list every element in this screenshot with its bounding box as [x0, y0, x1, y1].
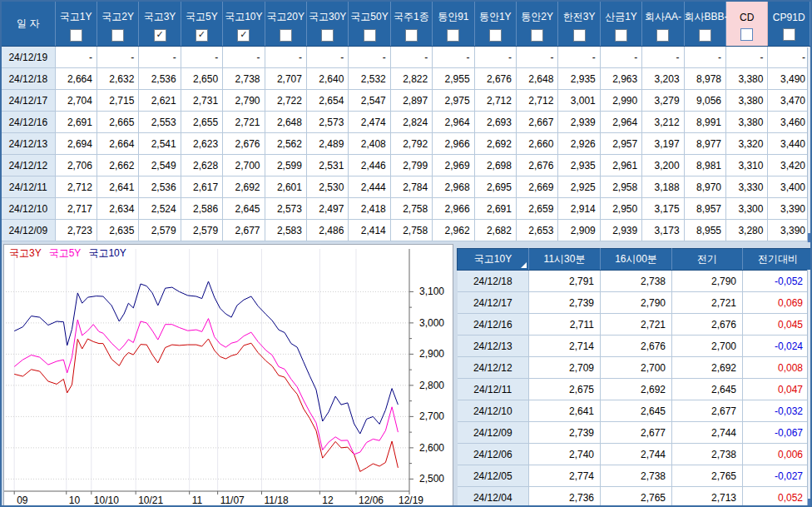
header-ktb50y[interactable]: 국고50Y [349, 2, 390, 47]
checkbox-msb2y[interactable] [531, 29, 543, 42]
value-cell: 2,474 [349, 112, 390, 133]
header-ktb1y[interactable]: 국고1Y [55, 2, 97, 47]
date-cell[interactable]: 24/12/10 [458, 400, 529, 422]
checkbox-corpbbb[interactable] [699, 29, 711, 42]
detail-header-1600[interactable]: 16시00분 [601, 249, 672, 271]
date-cell[interactable]: 24/12/17 [458, 292, 529, 314]
date-cell[interactable]: 24/12/06 [458, 444, 529, 465]
checkbox-kepco3y[interactable] [573, 29, 586, 42]
checkbox-ktb5y[interactable]: ✓ [196, 29, 208, 42]
date-cell[interactable]: 24/12/13 [2, 133, 55, 155]
prev-cell: 2,765 [672, 465, 743, 487]
date-cell[interactable]: 24/12/13 [458, 336, 529, 357]
date-cell[interactable]: 24/12/10 [2, 198, 55, 220]
date-cell[interactable]: 24/12/12 [2, 155, 55, 176]
prev-cell: 2,692 [672, 357, 743, 379]
daily-yield-table: 일 자국고1Y국고2Y국고3Y✓국고5Y✓국고10Y✓국고20Y국고30Y국고5… [2, 2, 810, 241]
checkbox-ktb30y[interactable] [321, 29, 334, 42]
header-cd[interactable]: CD [726, 2, 768, 47]
checkbox-ktb20y[interactable] [280, 29, 292, 42]
value-cell: 2,530 [306, 176, 348, 198]
value-cell: - [726, 47, 768, 68]
value-cell: 2,446 [349, 155, 390, 176]
detail-header-change[interactable]: 전기대비 [743, 249, 812, 271]
date-cell[interactable]: 24/12/09 [458, 422, 529, 444]
rate-row: 24/12/172,7042,7152,6212,7312,7902,7222,… [2, 90, 810, 112]
value-cell: 2,676 [516, 155, 557, 176]
yield-chart-svg: 2,5002,6002,7002,8002,9003,0003,10009101… [4, 245, 451, 506]
value-cell: 2,623 [181, 133, 222, 155]
value-cell: 2,418 [349, 198, 390, 220]
value-cell: 2,536 [139, 68, 181, 90]
detail-table-scrollbar-thumb[interactable] [808, 499, 812, 507]
checkbox-corpaa[interactable] [656, 29, 669, 42]
date-cell[interactable]: 24/12/09 [2, 220, 55, 241]
header-label-msb2y: 통안2Y [517, 10, 557, 24]
header-msb1y[interactable]: 통안1Y [474, 2, 516, 47]
value-cell: 2,660 [516, 133, 557, 155]
date-cell[interactable]: 24/12/11 [458, 379, 529, 400]
value-cell: 2,691 [55, 112, 97, 133]
value-cell: 2,408 [349, 133, 390, 155]
checkbox-ktb50y[interactable] [364, 29, 376, 42]
date-cell[interactable]: 24/12/19 [2, 47, 55, 68]
date-cell[interactable]: 24/12/18 [458, 271, 529, 292]
detail-row: 24/12/112,6752,6922,6450,047 [458, 379, 812, 400]
header-ktb30y[interactable]: 국고30Y [306, 2, 348, 47]
header-cp91d[interactable]: CP91D [768, 2, 810, 47]
header-corpaa[interactable]: 회사AA- [642, 2, 684, 47]
date-cell[interactable]: 24/12/18 [2, 68, 55, 90]
value-cell: 9,056 [684, 90, 725, 112]
checkbox-khb1[interactable] [405, 29, 418, 42]
checkbox-ktb3y[interactable]: ✓ [154, 29, 166, 42]
detail-header-1130[interactable]: 11시30분 [529, 249, 601, 271]
checkbox-cd[interactable] [740, 28, 753, 41]
rate-table-scrollbar-thumb[interactable] [808, 233, 812, 242]
checkbox-msb1y[interactable] [489, 29, 502, 42]
date-cell[interactable]: 24/12/11 [2, 176, 55, 198]
legend-item-ktb10y: 국고10Y [88, 247, 126, 259]
checkbox-ktb10y[interactable]: ✓ [237, 29, 250, 42]
detail-header-ktb10y[interactable]: 국고10Y [458, 249, 529, 271]
detail-table-scrollbar[interactable] [807, 270, 812, 507]
value-cell: - [55, 47, 97, 68]
value-cell: 8,970 [684, 176, 725, 198]
header-corpbbb[interactable]: 회사BBB- [684, 2, 725, 47]
date-cell[interactable]: 24/12/05 [458, 465, 529, 487]
value-cell: 8,955 [684, 220, 725, 241]
value-cell: 2,547 [349, 90, 390, 112]
checkbox-kdb1y[interactable] [615, 29, 627, 42]
value-cell: 2,650 [181, 68, 222, 90]
date-column-header[interactable]: 일 자 [2, 2, 55, 47]
detail-row: 24/12/122,7092,7002,6920,008 [458, 357, 812, 379]
date-cell[interactable]: 24/12/17 [2, 90, 55, 112]
date-cell[interactable]: 24/12/12 [458, 357, 529, 379]
header-kdb1y[interactable]: 산금1Y [600, 2, 641, 47]
checkbox-msb91[interactable] [447, 29, 459, 42]
value-cell: 2,695 [474, 176, 516, 198]
t1130-cell: 2,739 [529, 422, 601, 444]
header-ktb2y[interactable]: 국고2Y [97, 2, 138, 47]
header-ktb10y[interactable]: 국고10Y✓ [223, 2, 265, 47]
change-cell: 0,008 [743, 357, 812, 379]
header-msb2y[interactable]: 통안2Y [516, 2, 557, 47]
header-ktb3y[interactable]: 국고3Y✓ [139, 2, 181, 47]
date-cell[interactable]: 24/12/04 [458, 487, 529, 507]
header-kepco3y[interactable]: 한전3Y [558, 2, 600, 47]
header-msb91[interactable]: 통안91 [433, 2, 474, 47]
t1130-cell: 2,675 [529, 379, 601, 400]
value-cell: - [306, 47, 348, 68]
checkbox-ktb1y[interactable] [70, 29, 82, 42]
checkbox-cp91d[interactable] [783, 28, 795, 41]
detail-header-prev[interactable]: 전기 [672, 249, 743, 271]
value-cell: 2,583 [265, 220, 306, 241]
t1600-cell: 2,738 [601, 465, 672, 487]
header-khb1[interactable]: 국주1종 [390, 2, 432, 47]
date-cell[interactable]: 24/12/16 [458, 314, 529, 336]
header-ktb20y[interactable]: 국고20Y [265, 2, 306, 47]
checkbox-ktb2y[interactable] [111, 29, 124, 42]
header-ktb5y[interactable]: 국고5Y✓ [181, 2, 222, 47]
date-cell[interactable]: 24/12/16 [2, 112, 55, 133]
rate-table-scrollbar[interactable] [807, 47, 812, 242]
value-cell: 3,188 [642, 176, 684, 198]
